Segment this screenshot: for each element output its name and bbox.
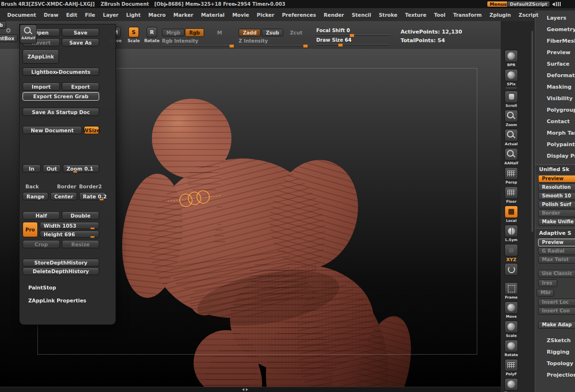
palette-item[interactable]: Masking: [535, 81, 575, 93]
slider-notch[interactable]: [91, 236, 94, 238]
mrgb-button[interactable]: Mrgb: [162, 29, 184, 36]
border-label[interactable]: Border: [57, 184, 76, 189]
palette-item[interactable]: Polish Surf: [538, 201, 575, 208]
palette-item[interactable]: Resolution: [538, 184, 575, 191]
save-as-button[interactable]: Save As: [62, 38, 99, 46]
width-slider[interactable]: Width 1053: [40, 222, 99, 229]
menu-item[interactable]: Layer: [100, 10, 122, 20]
palette-item[interactable]: Max Twist: [538, 256, 575, 264]
menu-item[interactable]: Zscript: [515, 10, 541, 20]
half-button[interactable]: Half: [23, 211, 60, 219]
palette-item[interactable]: Topology: [535, 358, 575, 369]
rgb-intensity-track[interactable]: [162, 45, 235, 46]
palette-item[interactable]: Adaptive S: [535, 228, 575, 238]
menu-item[interactable]: Marker: [170, 10, 197, 20]
palette-item[interactable]: Insert Con: [538, 307, 575, 315]
rgb-button[interactable]: Rgb: [185, 28, 204, 37]
rotate-button[interactable]: R Rotate: [143, 27, 161, 43]
right-shelf-button[interactable]: Move: [503, 301, 519, 319]
wsize-button[interactable]: WSize: [84, 126, 99, 134]
border2-label[interactable]: Border2: [79, 184, 102, 189]
palette-item[interactable]: Make Unifie: [538, 218, 575, 226]
range-button[interactable]: Range: [23, 192, 48, 200]
menus-button[interactable]: Menus: [487, 1, 509, 7]
right-shelf-button[interactable]: Frame: [503, 282, 519, 300]
right-shelf-button[interactable]: Persp: [503, 167, 519, 184]
save-as-startup-doc-button[interactable]: Save As Startup Doc: [23, 108, 99, 116]
palette-item[interactable]: Preview: [538, 175, 575, 183]
default-zscript-button[interactable]: DefaultZScript: [507, 1, 550, 7]
store-depth-history-button[interactable]: StoreDepthHistory: [23, 259, 99, 266]
menu-item[interactable]: File: [81, 10, 99, 20]
menu-item[interactable]: Render: [320, 10, 347, 20]
zsub-button[interactable]: Zsub: [262, 29, 283, 36]
save-button[interactable]: Save: [62, 28, 99, 36]
right-shelf-button[interactable]: BPR: [503, 50, 519, 67]
focal-shift-slider[interactable]: Focal Shift 0: [316, 28, 389, 36]
menu-item[interactable]: Preferences: [278, 10, 319, 20]
palette-item[interactable]: ZSketch: [535, 335, 575, 346]
palette-item[interactable]: Preview: [535, 47, 575, 58]
menu-item[interactable]: Light: [123, 10, 144, 20]
lightbox-button-fragment[interactable]: ntBox: [0, 35, 18, 42]
right-shelf-button[interactable]: PolyF: [503, 359, 519, 376]
zoom-slider[interactable]: Zoom 0.1: [63, 164, 99, 173]
new-document-button[interactable]: New Document: [23, 126, 82, 134]
right-shelf-button[interactable]: Scale: [503, 321, 519, 338]
palette-item[interactable]: Visibility: [535, 93, 575, 104]
paintstop-item[interactable]: PaintStop: [28, 285, 56, 290]
menu-item[interactable]: Movie: [229, 10, 253, 20]
zapplink-button[interactable]: ZAppLink: [23, 49, 59, 64]
scale-button[interactable]: S Scale: [125, 27, 143, 43]
right-shelf-button[interactable]: Rotate: [503, 340, 519, 357]
zadd-button[interactable]: Zadd: [239, 29, 261, 36]
z-intensity-slider[interactable]: Z Intensity: [239, 38, 310, 46]
canvas-horizontal-scrollbar[interactable]: [0, 387, 501, 392]
import-button[interactable]: Import: [23, 82, 60, 91]
right-shelf-button[interactable]: AAHalf: [503, 148, 519, 165]
height-slider[interactable]: Height 696: [40, 231, 99, 238]
slider-handle[interactable]: [350, 34, 354, 37]
palette-item[interactable]: FiberMesh: [535, 35, 575, 47]
palette-item[interactable]: Rigging: [535, 346, 575, 358]
slider-notch[interactable]: [73, 171, 77, 173]
menu-item[interactable]: Zplugin: [486, 10, 515, 20]
right-shelf-button[interactable]: SPix: [503, 69, 519, 89]
palette-item[interactable]: Ires: [538, 279, 557, 287]
pro-button[interactable]: Pro: [23, 222, 38, 237]
right-shelf-button[interactable]: Floor: [503, 186, 519, 204]
palette-item[interactable]: Geometry: [535, 24, 575, 35]
palette-item[interactable]: Projection: [535, 369, 575, 381]
draw-size-slider[interactable]: Draw Size 64: [316, 37, 389, 46]
menu-item[interactable]: Picker: [253, 10, 278, 20]
palette-item[interactable]: Display Pr: [535, 150, 575, 162]
palette-item[interactable]: Surface: [535, 58, 575, 70]
menu-item[interactable]: Stroke: [376, 10, 401, 20]
export-button[interactable]: Export: [62, 82, 99, 91]
palette-item[interactable]: Use Classic: [538, 270, 575, 277]
zapplink-properties-item[interactable]: ZAppLink Properties: [28, 298, 86, 303]
menu-item[interactable]: Texture: [402, 10, 429, 20]
palette-item[interactable]: Polypaint: [535, 139, 575, 150]
back-label[interactable]: Back: [25, 184, 39, 189]
slider-notch[interactable]: [100, 199, 104, 200]
menu-item[interactable]: Edit: [63, 10, 80, 20]
palette-item[interactable]: Contact: [535, 116, 575, 127]
palette-item[interactable]: Smooth 10: [538, 192, 575, 200]
right-shelf-button[interactable]: XYZ: [503, 244, 519, 261]
palette-item[interactable]: Polygroups: [535, 104, 575, 116]
grab-button-fragment[interactable]: rab: [0, 21, 6, 29]
focal-shift-track[interactable]: [316, 35, 389, 36]
center-button[interactable]: Center: [50, 192, 77, 200]
double-button[interactable]: Double: [62, 211, 99, 219]
right-shelf-button[interactable]: L.Sym: [503, 225, 519, 242]
right-shelf-button[interactable]: Zoom: [503, 110, 519, 127]
z-intensity-track[interactable]: [239, 45, 310, 46]
slider-handle[interactable]: [303, 45, 308, 47]
slider-handle[interactable]: [338, 44, 343, 46]
m-button[interactable]: M: [213, 29, 226, 36]
lightbox-documents-button[interactable]: Lightbox▸Documents: [23, 68, 99, 76]
menu-item[interactable]: Stencil: [348, 10, 375, 20]
export-screen-grab-button[interactable]: Export Screen Grab: [23, 92, 99, 101]
palette-item[interactable]: Border: [538, 209, 575, 217]
